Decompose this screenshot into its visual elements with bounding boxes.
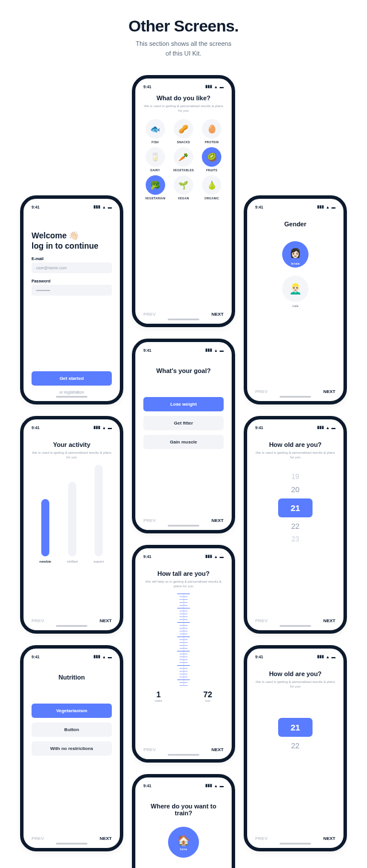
signal-icon: ▮▮▮	[205, 554, 212, 559]
signal-icon: ▮▮▮	[317, 654, 324, 659]
activity-bar[interactable]: newbie	[40, 499, 51, 563]
food-chip[interactable]: 🥦VEGETARIAN	[143, 175, 167, 200]
age-option[interactable]: 19	[291, 473, 299, 481]
status-bar: 9:41 ▮▮▮▲▬	[32, 205, 112, 209]
nutrition-option[interactable]: With no restrictions	[32, 741, 112, 756]
age-picker[interactable]: 21 22	[255, 718, 335, 750]
next-button[interactable]: NEXT	[212, 312, 224, 317]
status-time: 9:41	[143, 784, 151, 788]
nutrition-option[interactable]: Button	[32, 722, 112, 737]
food-chip[interactable]: 🌱VEGAN	[171, 175, 195, 200]
height-title: How tall are you?	[143, 570, 224, 577]
food-chip[interactable]: 🥝FRUITS	[200, 147, 224, 172]
height-metre: 1metre	[155, 690, 162, 702]
status-bar: 9:41 ▮▮▮ ▲ ▬	[143, 84, 224, 89]
food-label: ORGANIC	[204, 197, 219, 200]
goal-option[interactable]: Lose weight	[143, 397, 224, 411]
next-button[interactable]: NEXT	[323, 836, 335, 841]
prev-button[interactable]: PREV	[32, 836, 44, 841]
status-icons: ▮▮▮▲▬	[205, 554, 224, 559]
next-button[interactable]: NEXT	[100, 836, 112, 841]
food-label: PROTEIN	[205, 140, 218, 144]
wifi-icon: ▲	[214, 85, 218, 89]
food-chip[interactable]: 🥚PROTEIN	[200, 119, 224, 144]
age-option[interactable]: 22	[291, 741, 299, 750]
food-chip[interactable]: 🐟FISH	[143, 119, 167, 144]
food-label: VEGETARIAN	[145, 197, 165, 200]
wifi-icon: ▲	[326, 655, 330, 659]
food-chip[interactable]: 🥕VEGETABLES	[171, 147, 195, 172]
wifi-icon: ▲	[102, 655, 106, 659]
age2-title: How old are you?	[255, 670, 335, 677]
food-icon: 🥛	[146, 147, 165, 167]
page-subtitle: This section shows all the screensof thi…	[0, 39, 367, 58]
signal-icon: ▮▮▮	[93, 205, 100, 209]
signal-icon: ▮▮▮	[205, 84, 212, 89]
food-label: SNACKS	[177, 140, 190, 144]
prev-button[interactable]: PREV	[255, 389, 268, 394]
next-button[interactable]: NEXT	[100, 618, 112, 623]
next-button[interactable]: NEXT	[212, 747, 224, 752]
age-option[interactable]: 20	[291, 485, 299, 494]
train-title: Where do you want to train?	[143, 803, 224, 816]
food-label: FISH	[151, 140, 159, 144]
age-selected[interactable]: 21	[278, 718, 313, 737]
prev-button[interactable]: PREV	[255, 618, 268, 623]
status-bar: 9:41 ▮▮▮▲▬	[32, 425, 112, 430]
status-bar: 9:41 ▮▮▮▲▬	[143, 348, 224, 352]
age-option[interactable]: 22	[291, 522, 299, 531]
status-time: 9:41	[32, 655, 40, 659]
status-time: 9:41	[255, 655, 263, 659]
wifi-icon: ▲	[102, 426, 106, 430]
food-icon: 🥦	[146, 175, 165, 195]
status-icons: ▮▮▮▲▬	[93, 205, 112, 209]
status-icons: ▮▮▮▲▬	[317, 205, 335, 209]
battery-icon: ▬	[220, 85, 224, 89]
status-bar: 9:41 ▮▮▮▲▬	[255, 205, 335, 209]
gender-male[interactable]: 👱🏻‍♂️	[282, 276, 309, 302]
signal-icon: ▮▮▮	[205, 783, 212, 788]
home-indicator	[280, 625, 311, 627]
status-icons: ▮▮▮▲▬	[205, 783, 224, 788]
nutrition-option[interactable]: Vegetarianism	[32, 704, 112, 718]
gender-male-label: male	[292, 304, 299, 308]
gender-female[interactable]: 👩🏻female	[282, 241, 309, 268]
food-icon: 🐟	[146, 119, 165, 139]
signal-icon: ▮▮▮	[93, 654, 100, 659]
prev-button[interactable]: PREV	[255, 836, 268, 841]
like-sub: this is used in getting & personalised r…	[143, 104, 224, 113]
prev-button[interactable]: PREV	[143, 312, 156, 317]
screen-goal: 9:41 ▮▮▮▲▬ What's your goal? Lose weight…	[132, 339, 235, 533]
height-cms: 72cms	[203, 690, 212, 702]
activity-bar[interactable]: expert	[93, 465, 104, 563]
signal-icon: ▮▮▮	[205, 348, 212, 352]
registration-link[interactable]: or registration	[32, 390, 112, 394]
get-started-button[interactable]: Get started	[32, 371, 112, 386]
food-chip[interactable]: 🥜SNACKS	[171, 119, 195, 144]
age-picker[interactable]: 19 20 21 22 23	[255, 473, 335, 543]
age-option[interactable]: 23	[291, 535, 299, 543]
email-field[interactable]: user@name.com	[32, 262, 112, 273]
password-field[interactable]: ••••••••••	[32, 285, 112, 296]
nutrition-title: Nutrition	[32, 674, 112, 681]
train-option-home[interactable]: 🏠 home	[168, 827, 199, 858]
next-button[interactable]: NEXT	[323, 618, 335, 623]
status-bar: 9:41 ▮▮▮▲▬	[143, 554, 224, 559]
food-chip[interactable]: 🍐ORGANIC	[200, 175, 224, 200]
activity-bar[interactable]: skilled	[67, 482, 78, 563]
prev-button[interactable]: PREV	[143, 747, 156, 752]
food-chip[interactable]: 🥛DAIRY	[143, 147, 167, 172]
prev-button[interactable]: PREV	[32, 618, 44, 623]
prev-button[interactable]: PREV	[143, 518, 156, 523]
age-selected[interactable]: 21	[278, 498, 313, 517]
next-button[interactable]: NEXT	[212, 518, 224, 523]
email-label: E-mail	[32, 257, 112, 261]
activity-title: Your activity	[32, 441, 112, 448]
like-title: What do you like?	[143, 95, 224, 101]
next-button[interactable]: NEXT	[323, 389, 335, 394]
status-icons: ▮▮▮▲▬	[317, 425, 335, 430]
height-ruler[interactable]	[184, 594, 184, 685]
goal-option[interactable]: Get fitter	[143, 416, 224, 430]
goal-option[interactable]: Gain muscle	[143, 435, 224, 449]
food-icon: 🥜	[174, 119, 193, 139]
